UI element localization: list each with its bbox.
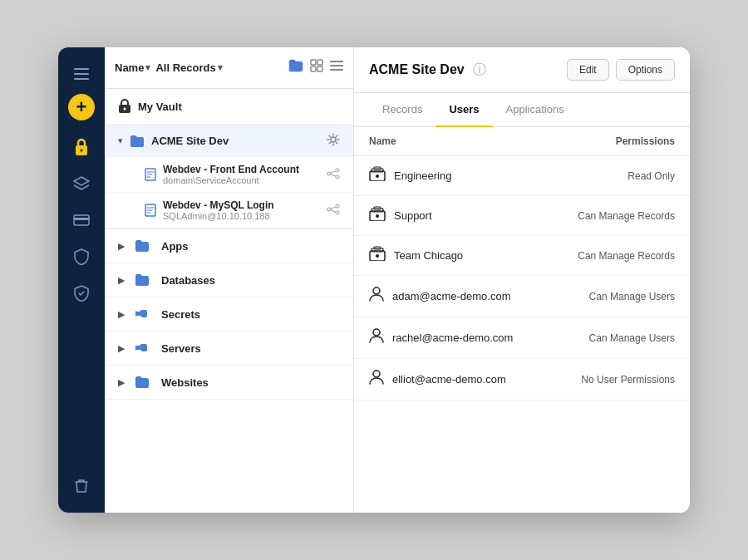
collapse-chevron-icon: ▶ [118,343,125,354]
user-row[interactable]: Team Chicago Can Manage Records [354,236,690,276]
grid-view-icon[interactable] [310,59,323,76]
users-table-body: Engineering Read Only Support Can Manage… [354,156,690,400]
svg-rect-10 [317,66,322,71]
user-permission: Can Manage Records [578,250,675,262]
tab-applications[interactable]: Applications [493,93,578,127]
list-panel: Name ▾ All Records ▾ [105,47,354,513]
expand-chevron-icon: ▾ [118,135,123,146]
share-icon-2[interactable] [327,204,340,218]
webdev-front-end-subtitle: domain\ServiceAccount [163,175,320,185]
trash-icon[interactable] [65,469,98,503]
user-permission: Can Manage Records [578,210,675,222]
svg-point-4 [81,150,83,152]
svg-rect-7 [311,60,316,65]
info-icon[interactable]: ⓘ [473,61,486,79]
list-header: Name ▾ All Records ▾ [105,47,353,89]
detail-title: ACME Site Dev [369,62,465,77]
shield-check-icon[interactable] [65,277,98,310]
detail-panel: ACME Site Dev ⓘ Edit Options Records Use… [354,47,690,513]
shield-icon[interactable] [65,240,98,273]
acme-folder-name: ACME Site Dev [151,135,229,147]
user-icon [369,369,384,390]
collapse-chevron-icon: ▶ [118,275,125,286]
user-name: Engineering [394,169,451,182]
folder-view-icon[interactable] [288,59,303,76]
webdev-mysql-item[interactable]: Webdev - MySQL Login SQLAdmin@10.10.10.1… [105,193,353,228]
svg-rect-2 [74,78,89,80]
svg-line-22 [331,174,336,176]
team-icon [369,206,386,225]
user-name: Team Chicago [394,249,463,262]
team-icon [369,246,386,265]
svg-point-43 [373,371,380,377]
detail-header: ACME Site Dev ⓘ Edit Options [354,47,690,93]
webdev-front-end-title: Webdev - Front End Account [163,164,320,175]
svg-point-16 [331,137,336,142]
my-vault-item[interactable]: My Vault [105,89,353,125]
user-permission: Can Manage Users [589,332,675,344]
user-name: elliot@acme-demo.com [392,373,506,386]
collapse-chevron-icon: ▶ [118,377,125,388]
user-permission: Read Only [627,170,675,182]
all-records-button[interactable]: All Records ▾ [155,61,222,74]
layers-icon[interactable] [65,167,98,200]
webdev-mysql-subtitle: SQLAdmin@10.10.10.188 [163,211,320,221]
add-button[interactable]: + [68,94,95,120]
edit-button[interactable]: Edit [567,59,609,81]
user-name: Support [394,209,432,222]
detail-tabs: Records Users Applications [354,93,690,127]
app-window: + [58,47,690,513]
user-permission: Can Manage Users [589,291,675,302]
acme-folder-group: ▾ ACME Site Dev [105,125,353,229]
svg-line-28 [331,210,336,212]
svg-rect-8 [317,60,322,65]
folder-row-secrets[interactable]: ▶ Secrets [105,297,353,332]
svg-point-18 [327,172,331,175]
svg-line-27 [331,207,336,209]
view-icons [288,59,343,76]
folder-label: Secrets [161,308,200,321]
folder-label: Websites [161,376,209,389]
col-name-header: Name [369,135,396,147]
folder-settings-icon[interactable] [327,133,340,149]
records-chevron-icon: ▾ [218,62,223,73]
card-icon[interactable] [65,204,98,237]
user-row[interactable]: Support Can Manage Records [354,196,690,236]
user-row[interactable]: elliot@acme-demo.com No User Permissions [354,359,690,400]
svg-point-36 [376,214,379,218]
folder-label: Databases [161,274,215,287]
svg-point-19 [336,169,339,172]
vault-label: My Vault [138,101,182,113]
folder-row-websites[interactable]: ▶ Websites [105,366,353,400]
user-row[interactable]: adam@acme-demo.com Can Manage Users [354,276,690,317]
webdev-mysql-title: Webdev - MySQL Login [163,199,320,211]
svg-rect-11 [330,61,343,62]
svg-rect-12 [330,65,343,66]
sort-name-button[interactable]: Name ▾ [115,61,150,74]
menu-icon[interactable] [65,57,98,91]
folder-row-servers[interactable]: ▶ Servers [105,332,353,366]
tab-users[interactable]: Users [436,93,492,127]
folder-row-databases[interactable]: ▶ Databases [105,263,353,297]
collapse-chevron-icon: ▶ [118,309,125,320]
team-icon [369,166,386,185]
col-permissions-header: Permissions [616,135,675,147]
webdev-front-end-item[interactable]: Webdev - Front End Account domain\Servic… [105,157,353,193]
folder-label: Servers [161,342,201,355]
user-row[interactable]: Engineering Read Only [354,156,690,196]
options-button[interactable]: Options [616,59,675,81]
share-icon[interactable] [327,168,340,182]
sub-item-info: Webdev - Front End Account domain\Servic… [163,164,320,185]
collapsed-folders: ▶ Apps ▶ Databases ▶ Secrets ▶ Servers ▶… [105,229,353,400]
lock-icon[interactable] [65,130,98,164]
svg-point-32 [376,174,379,178]
tab-records[interactable]: Records [369,93,436,127]
acme-folder-row[interactable]: ▾ ACME Site Dev [105,125,353,157]
detail-table: Name Permissions Engineering Read Only S… [354,127,690,513]
list-view-icon[interactable] [330,59,343,76]
folder-row-apps[interactable]: ▶ Apps [105,229,353,263]
user-row[interactable]: rachel@acme-demo.com Can Manage Users [354,317,690,359]
user-icon [369,327,384,348]
svg-rect-13 [330,69,343,71]
table-header-row: Name Permissions [354,127,690,156]
